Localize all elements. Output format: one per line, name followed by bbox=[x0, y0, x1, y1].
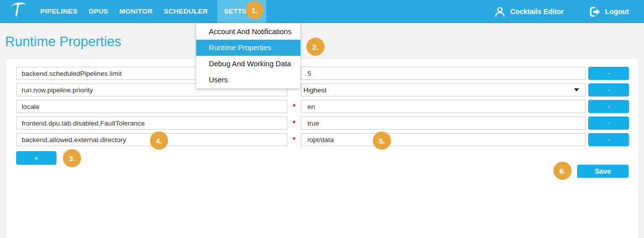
umbrella-logo-icon bbox=[10, 1, 27, 23]
remove-property-button[interactable]: - bbox=[588, 100, 629, 113]
required-marker: * bbox=[287, 100, 301, 113]
header-right: Cocktails Editor Logout bbox=[494, 5, 629, 19]
selected-option-label: Highest bbox=[303, 86, 327, 94]
logout-button[interactable]: Logout bbox=[588, 5, 629, 19]
property-row: *- bbox=[16, 100, 638, 113]
user-menu[interactable]: Cocktails Editor bbox=[494, 6, 564, 18]
logout-label: Logout bbox=[605, 8, 629, 16]
add-property-button[interactable]: + bbox=[16, 151, 56, 165]
annotation-badge: 3. bbox=[63, 149, 81, 167]
app-logo[interactable] bbox=[8, 1, 28, 23]
annotation-badge: 6. bbox=[553, 162, 572, 180]
properties-list: -Highest-*-*-*- bbox=[6, 59, 638, 146]
property-value-select[interactable]: Highest bbox=[301, 83, 586, 96]
property-value-input[interactable] bbox=[301, 116, 586, 130]
nav-pipelines[interactable]: PIPELINES bbox=[35, 0, 83, 23]
menu-item-runtime-properties[interactable]: Runtime Properties bbox=[196, 40, 300, 56]
property-key-input[interactable] bbox=[16, 100, 287, 113]
property-row: *- bbox=[16, 133, 638, 146]
logout-icon bbox=[588, 5, 602, 19]
property-key-input[interactable] bbox=[16, 116, 287, 130]
remove-property-button[interactable]: - bbox=[588, 133, 629, 146]
property-row: Highest- bbox=[16, 83, 638, 96]
content-panel: -Highest-*-*-*- + Save bbox=[5, 58, 639, 238]
property-value-input[interactable] bbox=[301, 67, 586, 80]
property-row: *- bbox=[16, 116, 638, 130]
annotation-badge: 1. bbox=[246, 1, 264, 19]
menu-item-debug-and-working-data[interactable]: Debug And Working Data bbox=[196, 56, 300, 72]
menu-item-users[interactable]: Users bbox=[196, 72, 300, 88]
property-row: - bbox=[16, 67, 638, 80]
settings-dropdown-menu: Account And Notifications Runtime Proper… bbox=[196, 23, 300, 88]
required-marker: * bbox=[287, 116, 301, 130]
top-nav-bar: PIPELINES DPUS MONITOR SCHEDULER SETTING… bbox=[0, 0, 644, 23]
user-name-label: Cocktails Editor bbox=[510, 8, 564, 16]
annotation-badge: 2. bbox=[306, 38, 325, 56]
user-icon bbox=[494, 6, 506, 18]
property-value-input[interactable] bbox=[301, 100, 586, 113]
property-value-input[interactable] bbox=[301, 133, 586, 146]
annotation-badge: 4. bbox=[150, 132, 168, 150]
remove-property-button[interactable]: - bbox=[588, 67, 629, 80]
remove-property-button[interactable]: - bbox=[588, 116, 629, 130]
select-caret-icon bbox=[574, 88, 579, 91]
required-marker: * bbox=[287, 133, 301, 146]
nav-dpus[interactable]: DPUS bbox=[83, 0, 114, 23]
nav-monitor[interactable]: MONITOR bbox=[114, 0, 158, 23]
save-button[interactable]: Save bbox=[577, 165, 628, 178]
remove-property-button[interactable]: - bbox=[588, 83, 629, 96]
annotation-badge: 5. bbox=[373, 132, 391, 150]
main-nav: PIPELINES DPUS MONITOR SCHEDULER SETTING… bbox=[35, 0, 266, 23]
page-title: Runtime Properties bbox=[5, 34, 121, 50]
menu-item-account-and-notifications[interactable]: Account And Notifications bbox=[196, 24, 300, 40]
nav-scheduler[interactable]: SCHEDULER bbox=[158, 0, 214, 23]
